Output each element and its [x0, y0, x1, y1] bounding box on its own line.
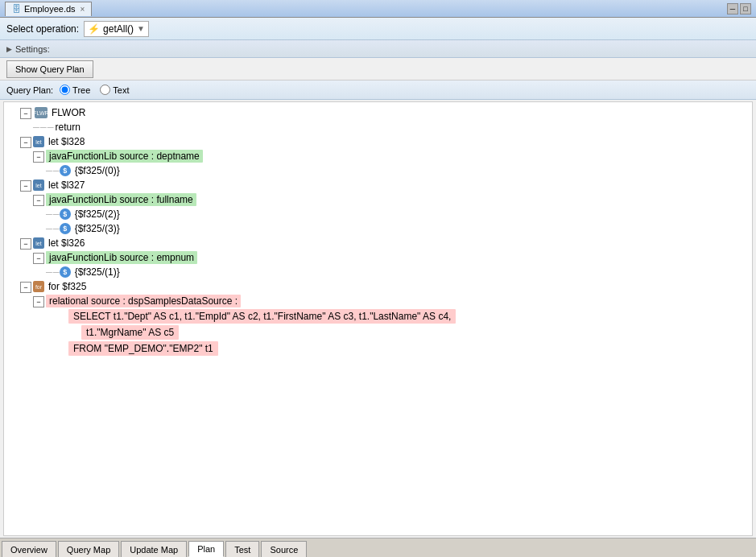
tab-source-label: Source [270, 545, 298, 555]
window-controls: ─ □ [727, 3, 751, 14]
dollar-icon: $ [60, 208, 71, 220]
expand-java-empnum[interactable]: − [33, 253, 44, 264]
let-icon: let [33, 179, 44, 191]
expand-java-fullname[interactable]: − [33, 195, 44, 206]
button-row: Show Query Plan [0, 58, 756, 80]
tree-area[interactable]: − FLWR FLWOR ─ ─ ─ return − let let $l32… [3, 101, 753, 536]
expand-let1326[interactable]: − [20, 238, 31, 250]
file-icon: 🗄 [12, 4, 21, 14]
tree-row[interactable]: ─ ─ $ {$f325/(2)} [4, 207, 752, 221]
tree-row[interactable]: − FLWR FLWOR [4, 105, 752, 120]
for-f325-label: for $f325 [47, 281, 88, 292]
dollar325-2-label: {$f325/(2)} [73, 208, 122, 220]
maximize-btn[interactable]: □ [740, 3, 751, 14]
tree-row[interactable]: − javaFunctionLib source : deptname [4, 149, 752, 163]
connector-line: ─ ─ [46, 209, 59, 219]
minimize-btn[interactable]: ─ [727, 3, 738, 14]
tree-row[interactable]: − for for $f325 [4, 279, 752, 294]
bottom-tabs: Overview Query Map Update Map Plan Test … [0, 538, 756, 557]
show-query-plan-button[interactable]: Show Query Plan [6, 60, 93, 78]
for-icon: for [33, 281, 44, 292]
let1328-label: let $l328 [47, 136, 86, 147]
tree-row[interactable]: ─ ─ ─ return [4, 120, 752, 134]
tree-row[interactable]: − let let $l327 [4, 178, 752, 192]
file-tab[interactable]: 🗄 Employee.ds × [5, 2, 92, 16]
dollar-icon: $ [60, 165, 71, 176]
return-label: return [54, 122, 82, 133]
operation-dropdown[interactable]: ⚡ getAll() ▼ [84, 21, 149, 37]
tree-row[interactable]: ─ ─ $ {$f325/(3)} [4, 221, 752, 236]
connector-line: ─ ─ ─ [33, 122, 53, 132]
let-icon: let [33, 237, 44, 249]
tab-test-label: Test [234, 545, 250, 555]
op-arrow: ▼ [137, 24, 145, 33]
expand-let1327[interactable]: − [20, 180, 31, 192]
select-op-label: Select operation: [6, 23, 79, 35]
let1326-label: let $l326 [47, 237, 86, 249]
tree-row[interactable]: SELECT t1."Dept" AS c1, t1."EmpId" AS c2… [4, 308, 752, 324]
tab-plan-label: Plan [197, 544, 215, 554]
tree-row[interactable]: − let let $l326 [4, 236, 752, 250]
text-radio-item[interactable]: Text [100, 85, 129, 95]
tree-row[interactable]: FROM "EMP_DEMO"."EMP2" t1 [4, 340, 752, 357]
sql-line1: SELECT t1."Dept" AS c1, t1."EmpId" AS c2… [68, 309, 456, 324]
java-empnum-label: javaFunctionLib source : empnum [46, 251, 197, 264]
tab-update-map[interactable]: Update Map [121, 541, 187, 557]
tree-radio-item[interactable]: Tree [60, 85, 90, 95]
expand-let1328[interactable]: − [20, 137, 31, 148]
tab-source[interactable]: Source [261, 541, 307, 557]
dollar325-1-label: {$f325/(1)} [73, 266, 122, 278]
tab-test[interactable]: Test [225, 541, 259, 557]
flwor-icon: FLWR [35, 107, 48, 118]
tab-query-map-label: Query Map [67, 545, 110, 555]
dollar325-0-label: {$f325/(0)} [73, 165, 122, 176]
tree-row[interactable]: − relational source : dspSamplesDataSour… [4, 294, 752, 308]
text-radio-label: Text [113, 85, 129, 95]
expand-flwor[interactable]: − [20, 108, 31, 119]
expand-relational[interactable]: − [33, 296, 44, 307]
tab-overview[interactable]: Overview [2, 541, 56, 557]
tree-row[interactable]: t1."MgrName" AS c5 [4, 324, 752, 340]
settings-label: Settings: [15, 44, 50, 54]
tree-row[interactable]: ─ ─ $ {$f325/(1)} [4, 265, 752, 279]
java-fullname-label: javaFunctionLib source : fullname [46, 193, 196, 206]
expand-for[interactable]: − [20, 282, 31, 293]
connector-line: ─ ─ [46, 267, 59, 277]
title-bar: 🗄 Employee.ds × ─ □ [0, 0, 756, 18]
tab-overview-label: Overview [10, 545, 48, 555]
tab-plan[interactable]: Plan [188, 541, 224, 557]
tree-radio[interactable] [60, 85, 70, 95]
tree-radio-label: Tree [72, 85, 90, 95]
let1327-label: let $l327 [47, 179, 86, 191]
sql-line2: t1."MgrName" AS c5 [81, 325, 179, 340]
tree-row[interactable]: − javaFunctionLib source : fullname [4, 192, 752, 207]
dollar325-3-label: {$f325/(3)} [73, 223, 122, 234]
settings-row[interactable]: ▶ Settings: [0, 40, 756, 58]
dollar-icon: $ [60, 266, 71, 278]
toolbar-row: Select operation: ⚡ getAll() ▼ [0, 18, 756, 40]
close-tab-btn[interactable]: × [81, 5, 85, 14]
let-icon: let [33, 136, 44, 147]
tab-query-map[interactable]: Query Map [58, 541, 119, 557]
text-radio[interactable] [100, 85, 110, 95]
tree-row[interactable]: − javaFunctionLib source : empnum [4, 250, 752, 265]
relational-label: relational source : dspSamplesDataSource… [46, 295, 241, 307]
java-deptname-label: javaFunctionLib source : deptname [46, 150, 203, 163]
main-container: Select operation: ⚡ getAll() ▼ ▶ Setting… [0, 18, 756, 557]
tree-row[interactable]: ─ ─ $ {$f325/(0)} [4, 163, 752, 178]
expand-java-deptname[interactable]: − [33, 151, 44, 163]
file-tab-label: Employee.ds [24, 4, 76, 14]
op-icon: ⚡ [88, 23, 100, 35]
settings-toggle[interactable]: ▶ Settings: [6, 44, 50, 54]
flwor-label: FLWOR [50, 107, 87, 118]
dollar-icon: $ [60, 223, 71, 234]
settings-triangle: ▶ [6, 45, 12, 53]
tree-row[interactable]: − let let $l328 [4, 134, 752, 149]
queryplan-label: Query Plan: [6, 85, 53, 95]
tab-update-map-label: Update Map [130, 545, 178, 555]
connector-line: ─ ─ [46, 224, 59, 233]
connector-line: ─ ─ [46, 166, 59, 175]
view-mode-group: Tree Text [60, 85, 129, 95]
queryplan-row: Query Plan: Tree Text [0, 80, 756, 100]
sql-line3: FROM "EMP_DEMO"."EMP2" t1 [68, 341, 218, 356]
